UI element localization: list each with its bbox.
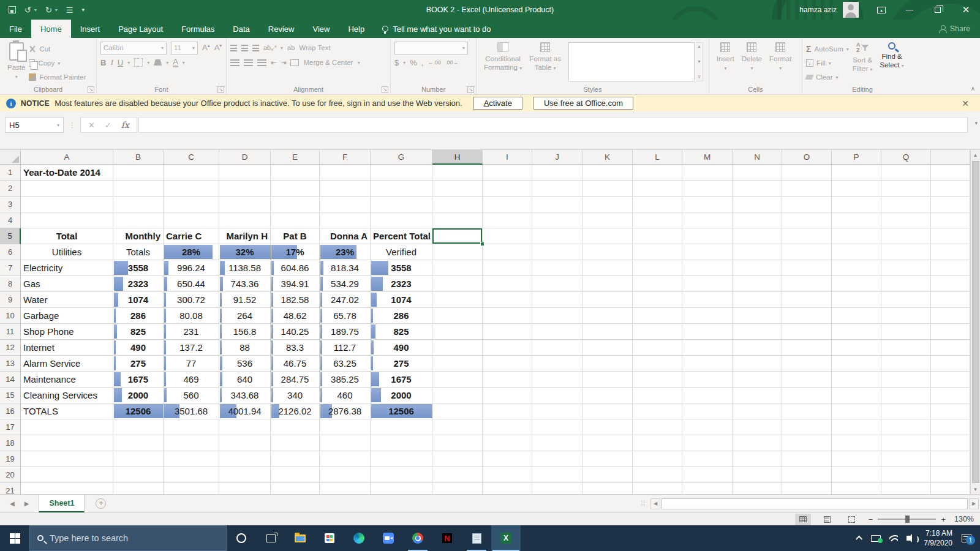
cell-Q11[interactable] — [881, 324, 931, 340]
touch-mode-icon[interactable]: ☰ — [66, 6, 74, 14]
cell-Q7[interactable] — [881, 260, 931, 276]
cell-A8[interactable]: Gas — [21, 276, 113, 292]
cell-C18[interactable] — [164, 435, 219, 451]
cell-G10[interactable]: 286 — [371, 308, 432, 324]
use-free-button[interactable]: Use free at Office.com — [533, 97, 633, 110]
row-header-21[interactable]: 21 — [0, 483, 21, 494]
cell-E1[interactable] — [271, 165, 320, 181]
cell-C13[interactable]: 77 — [164, 356, 219, 372]
cell-J21[interactable] — [532, 483, 582, 494]
cell-O8[interactable] — [782, 276, 832, 292]
cell-N19[interactable] — [733, 451, 782, 467]
cell-J19[interactable] — [532, 451, 582, 467]
cell-A19[interactable] — [21, 451, 113, 467]
cell-D15[interactable]: 343.68 — [219, 388, 271, 403]
cell-I1[interactable] — [483, 165, 532, 181]
cell-G8[interactable]: 2323 — [371, 276, 432, 292]
cell-O10[interactable] — [782, 308, 832, 324]
cell-Q5[interactable] — [881, 228, 931, 244]
cell-O12[interactable] — [782, 340, 832, 356]
cell-C20[interactable] — [164, 467, 219, 483]
cell-E13[interactable]: 46.75 — [271, 356, 320, 372]
cell-C2[interactable] — [164, 181, 219, 197]
cell-L10[interactable] — [633, 308, 682, 324]
cell-E20[interactable] — [271, 467, 320, 483]
cell-E19[interactable] — [271, 451, 320, 467]
autosum-button[interactable]: ΣAutoSum▾ — [806, 43, 849, 55]
cell-E5[interactable]: Pat B — [271, 228, 320, 244]
number-dialog-launcher[interactable]: ↘ — [467, 86, 474, 93]
cell-D3[interactable] — [219, 197, 271, 212]
signed-in-user[interactable]: hamza aziz — [799, 6, 837, 14]
row-header-12[interactable]: 12 — [0, 340, 21, 356]
cell-H21[interactable] — [432, 483, 483, 494]
cell-J12[interactable] — [532, 340, 582, 356]
cell-F12[interactable]: 112.7 — [320, 340, 371, 356]
cell-F13[interactable]: 63.25 — [320, 356, 371, 372]
cell-K5[interactable] — [582, 228, 633, 244]
cell-K19[interactable] — [582, 451, 633, 467]
cell-I21[interactable] — [483, 483, 532, 494]
cell-C12[interactable]: 137.2 — [164, 340, 219, 356]
percent-button[interactable]: % — [410, 58, 417, 67]
cell-H19[interactable] — [432, 451, 483, 467]
row-header-9[interactable]: 9 — [0, 292, 21, 308]
cell-partial-4[interactable] — [931, 212, 970, 228]
cell-O11[interactable] — [782, 324, 832, 340]
cell-N7[interactable] — [733, 260, 782, 276]
activate-button[interactable]: Activate — [473, 97, 522, 110]
cell-D8[interactable]: 743.36 — [219, 276, 271, 292]
row-header-11[interactable]: 11 — [0, 324, 21, 340]
cell-M12[interactable] — [682, 340, 733, 356]
cell-N17[interactable] — [733, 419, 782, 435]
zoom-out-button[interactable]: − — [869, 515, 873, 524]
cell-M9[interactable] — [682, 292, 733, 308]
horizontal-scroll-track[interactable] — [662, 498, 968, 509]
row-header-20[interactable]: 20 — [0, 467, 21, 483]
column-header-H[interactable]: H — [432, 150, 483, 165]
cell-N1[interactable] — [733, 165, 782, 181]
cell-E3[interactable] — [271, 197, 320, 212]
cell-O13[interactable] — [782, 356, 832, 372]
cell-A3[interactable] — [21, 197, 113, 212]
cell-C6[interactable]: 28% — [164, 244, 219, 260]
cell-G7[interactable]: 3558 — [371, 260, 432, 276]
cell-D12[interactable]: 88 — [219, 340, 271, 356]
cell-O1[interactable] — [782, 165, 832, 181]
cell-I17[interactable] — [483, 419, 532, 435]
cell-partial-10[interactable] — [931, 308, 970, 324]
cell-G14[interactable]: 1675 — [371, 372, 432, 388]
cell-I3[interactable] — [483, 197, 532, 212]
cell-P8[interactable] — [832, 276, 881, 292]
cell-G2[interactable] — [371, 181, 432, 197]
cell-P4[interactable] — [832, 212, 881, 228]
cell-P16[interactable] — [832, 403, 881, 419]
row-header-4[interactable]: 4 — [0, 212, 21, 228]
cell-E18[interactable] — [271, 435, 320, 451]
cell-partial-20[interactable] — [931, 467, 970, 483]
cell-D13[interactable]: 536 — [219, 356, 271, 372]
underline-button[interactable]: U — [118, 58, 123, 67]
cell-K14[interactable] — [582, 372, 633, 388]
zoom-slider[interactable] — [878, 519, 936, 520]
cell-J10[interactable] — [532, 308, 582, 324]
cell-Q12[interactable] — [881, 340, 931, 356]
cell-O9[interactable] — [782, 292, 832, 308]
cell-E17[interactable] — [271, 419, 320, 435]
cell-A1[interactable]: Year-to-Date 2014 — [21, 165, 113, 181]
prev-sheet-icon[interactable]: ◀ — [10, 500, 15, 507]
cell-A12[interactable]: Internet — [21, 340, 113, 356]
cell-F15[interactable]: 460 — [320, 388, 371, 403]
bottom-align-icon[interactable] — [252, 45, 259, 51]
cell-L19[interactable] — [633, 451, 682, 467]
cell-N8[interactable] — [733, 276, 782, 292]
tab-insert[interactable]: Insert — [71, 20, 110, 38]
cell-E11[interactable]: 140.25 — [271, 324, 320, 340]
cell-partial-14[interactable] — [931, 372, 970, 388]
cell-K21[interactable] — [582, 483, 633, 494]
zoom-in-button[interactable]: + — [941, 515, 946, 524]
cell-A18[interactable] — [21, 435, 113, 451]
cell-P14[interactable] — [832, 372, 881, 388]
cell-O16[interactable] — [782, 403, 832, 419]
taskbar-search-input[interactable]: Type here to search — [29, 525, 227, 551]
